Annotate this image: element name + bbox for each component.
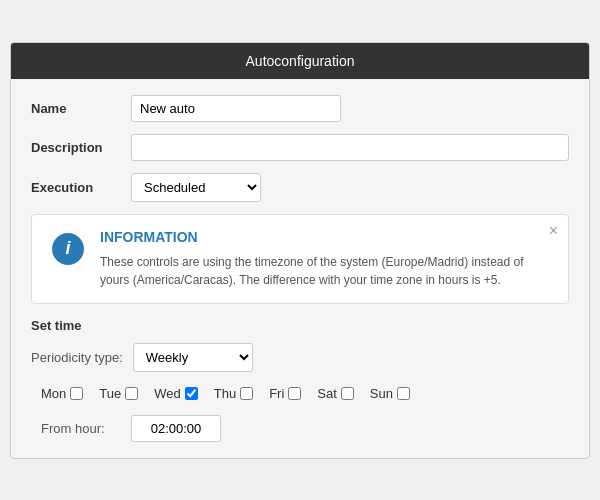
from-hour-input[interactable] — [131, 415, 221, 442]
info-content: INFORMATION These controls are using the… — [88, 229, 552, 289]
name-input[interactable] — [131, 95, 341, 122]
set-time-section: Set time Periodicity type: Weekly Daily … — [31, 318, 569, 442]
day-mon-checkbox[interactable] — [70, 387, 83, 400]
dialog-body: Name Description Execution Scheduled Man… — [11, 79, 589, 458]
periodicity-label: Periodicity type: — [31, 350, 123, 365]
info-box: i INFORMATION These controls are using t… — [31, 214, 569, 304]
day-tue-checkbox[interactable] — [125, 387, 138, 400]
execution-label: Execution — [31, 180, 131, 195]
day-fri-label: Fri — [269, 386, 284, 401]
periodicity-select[interactable]: Weekly Daily Monthly — [133, 343, 253, 372]
day-sun[interactable]: Sun — [370, 386, 410, 401]
day-sat-label: Sat — [317, 386, 337, 401]
set-time-title: Set time — [31, 318, 569, 333]
name-row: Name — [31, 95, 569, 122]
from-hour-label: From hour: — [41, 421, 121, 436]
day-thu[interactable]: Thu — [214, 386, 253, 401]
day-sun-checkbox[interactable] — [397, 387, 410, 400]
day-mon-label: Mon — [41, 386, 66, 401]
dialog-header: Autoconfiguration — [11, 43, 589, 79]
description-label: Description — [31, 140, 131, 155]
info-icon-wrap: i — [48, 229, 88, 265]
dialog-title: Autoconfiguration — [246, 53, 355, 69]
day-tue[interactable]: Tue — [99, 386, 138, 401]
day-sat[interactable]: Sat — [317, 386, 354, 401]
day-sat-checkbox[interactable] — [341, 387, 354, 400]
day-wed[interactable]: Wed — [154, 386, 198, 401]
info-text: These controls are using the timezone of… — [100, 253, 552, 289]
days-row: Mon Tue Wed Thu Fri — [41, 386, 569, 401]
execution-select[interactable]: Scheduled Manual On event — [131, 173, 261, 202]
info-title: INFORMATION — [100, 229, 552, 245]
periodicity-row: Periodicity type: Weekly Daily Monthly — [31, 343, 569, 372]
from-hour-row: From hour: — [41, 415, 569, 442]
name-label: Name — [31, 101, 131, 116]
day-wed-label: Wed — [154, 386, 181, 401]
description-row: Description — [31, 134, 569, 161]
autoconfiguration-dialog: Autoconfiguration Name Description Execu… — [10, 42, 590, 459]
day-wed-checkbox[interactable] — [185, 387, 198, 400]
day-thu-label: Thu — [214, 386, 236, 401]
description-input[interactable] — [131, 134, 569, 161]
info-close-button[interactable]: × — [549, 223, 558, 239]
day-mon[interactable]: Mon — [41, 386, 83, 401]
day-fri-checkbox[interactable] — [288, 387, 301, 400]
day-fri[interactable]: Fri — [269, 386, 301, 401]
execution-row: Execution Scheduled Manual On event — [31, 173, 569, 202]
info-icon: i — [52, 233, 84, 265]
day-sun-label: Sun — [370, 386, 393, 401]
day-tue-label: Tue — [99, 386, 121, 401]
day-thu-checkbox[interactable] — [240, 387, 253, 400]
